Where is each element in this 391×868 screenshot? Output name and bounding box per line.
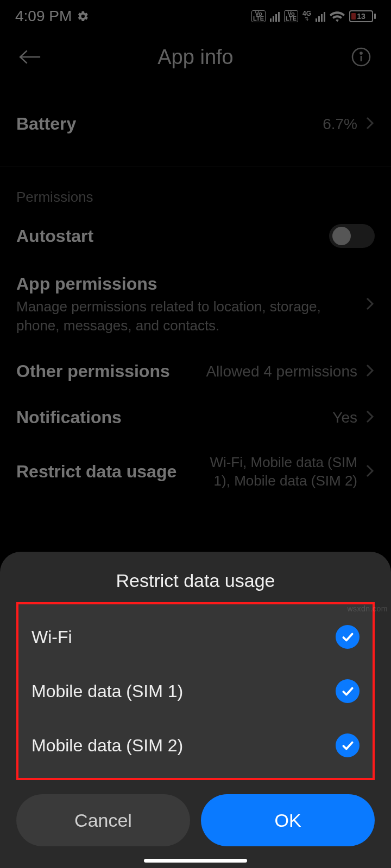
- notifications-label: Notifications: [16, 407, 122, 427]
- option-sim1-label: Mobile data (SIM 1): [31, 681, 183, 701]
- other-permissions-value: Allowed 4 permissions: [206, 363, 357, 380]
- battery-pct-text: 13: [350, 12, 372, 21]
- autostart-toggle[interactable]: [329, 224, 375, 248]
- other-permissions-label: Other permissions: [16, 361, 170, 381]
- info-button[interactable]: [348, 43, 375, 71]
- option-wifi[interactable]: Wi-Fi: [28, 610, 363, 664]
- home-indicator[interactable]: [144, 859, 247, 863]
- option-sim1[interactable]: Mobile data (SIM 1): [28, 664, 363, 718]
- wifi-icon: [330, 10, 345, 22]
- row-notifications[interactable]: Notifications Yes: [16, 394, 375, 441]
- status-time: 4:09 PM: [15, 8, 72, 25]
- restrict-data-dialog: Restrict data usage Wi-Fi Mobile data (S…: [0, 552, 391, 868]
- chevron-right-icon: [365, 116, 375, 133]
- row-app-permissions[interactable]: App permissions Manage permissions relat…: [16, 261, 375, 348]
- status-right: VoLTE VoLTE 4G⇅ 13: [251, 10, 376, 22]
- watermark: wsxdn.com: [347, 604, 388, 613]
- dialog-options-highlight: Wi-Fi Mobile data (SIM 1) Mobile data (S…: [16, 602, 375, 780]
- row-autostart[interactable]: Autostart: [16, 211, 375, 261]
- restrict-value: Wi-Fi, Mobile data (SIM 1), Mobile data …: [194, 454, 357, 490]
- settings-content: Battery 6.7% Permissions Autostart App p…: [0, 81, 391, 503]
- option-sim2-label: Mobile data (SIM 2): [31, 736, 183, 756]
- chevron-right-icon: [365, 296, 375, 314]
- volte-badge-2: VoLTE: [284, 10, 298, 22]
- chevron-right-icon: [365, 409, 375, 426]
- checkmark-icon[interactable]: [336, 733, 360, 757]
- notifications-value: Yes: [332, 409, 357, 426]
- back-button[interactable]: [16, 43, 43, 71]
- app-permissions-label: App permissions: [16, 274, 365, 294]
- gear-icon: [77, 10, 89, 22]
- option-sim2[interactable]: Mobile data (SIM 2): [28, 718, 363, 773]
- volte-badge-1: VoLTE: [251, 10, 266, 22]
- svg-point-0: [352, 48, 370, 66]
- autostart-label: Autostart: [16, 226, 93, 246]
- checkmark-icon[interactable]: [336, 625, 360, 649]
- ok-button[interactable]: OK: [201, 794, 375, 846]
- signal-bars-2: [316, 11, 325, 22]
- signal-bars-1: [270, 11, 280, 22]
- status-left: 4:09 PM: [15, 8, 89, 25]
- battery-label: Battery: [16, 114, 76, 134]
- row-restrict-data[interactable]: Restrict data usage Wi-Fi, Mobile data (…: [16, 441, 375, 503]
- section-permissions: Permissions: [16, 178, 375, 211]
- status-bar: 4:09 PM VoLTE VoLTE 4G⇅ 13: [0, 0, 391, 33]
- battery-value: 6.7%: [323, 116, 357, 133]
- option-wifi-label: Wi-Fi: [31, 627, 72, 647]
- row-battery[interactable]: Battery 6.7%: [16, 81, 375, 167]
- dialog-title: Restrict data usage: [16, 570, 375, 591]
- chevron-right-icon: [365, 363, 375, 380]
- battery-icon: 13: [349, 10, 376, 22]
- restrict-label: Restrict data usage: [16, 462, 176, 482]
- svg-point-1: [360, 52, 362, 54]
- network-4g-icon: 4G⇅: [302, 11, 311, 22]
- app-permissions-sub: Manage permissions related to location, …: [16, 297, 365, 335]
- dialog-buttons: Cancel OK: [16, 794, 375, 846]
- app-header: App info: [0, 33, 391, 81]
- checkmark-icon[interactable]: [336, 679, 360, 703]
- divider: [0, 167, 391, 167]
- page-title: App info: [0, 46, 391, 69]
- cancel-button[interactable]: Cancel: [16, 794, 190, 846]
- chevron-right-icon: [365, 463, 375, 481]
- row-other-permissions[interactable]: Other permissions Allowed 4 permissions: [16, 348, 375, 394]
